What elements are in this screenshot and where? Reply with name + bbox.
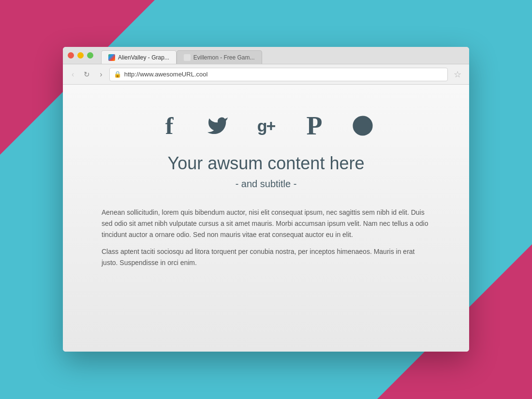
twitter-icon[interactable] xyxy=(206,114,230,138)
pinterest-icon[interactable]: P xyxy=(302,114,326,138)
pinterest-letter: P xyxy=(307,113,323,139)
alienvalley-favicon xyxy=(108,54,115,61)
bookmark-button[interactable]: ☆ xyxy=(452,69,463,80)
evillemon-favicon xyxy=(184,54,191,61)
forward-button[interactable]: › xyxy=(97,68,105,81)
lock-icon: 🔒 xyxy=(114,71,121,78)
page-content: f g+ P xyxy=(63,85,469,352)
social-icons-row: f g+ P xyxy=(157,114,375,138)
browser-window: AlienValley - Grap... Evillemon - Free G… xyxy=(63,47,469,352)
back-icon: ‹ xyxy=(72,70,74,79)
forward-icon: › xyxy=(100,70,102,79)
page-subtitle: - and subtitle - xyxy=(236,178,297,190)
tab-alienvalley[interactable]: AlienValley - Grap... xyxy=(101,50,177,64)
dribbble-svg xyxy=(352,115,374,137)
tabs-bar: AlienValley - Grap... Evillemon - Free G… xyxy=(101,47,262,64)
body-text: Aenean sollicitudin, lorem quis bibendum… xyxy=(102,207,430,274)
maximize-button[interactable] xyxy=(87,52,93,59)
facebook-letter: f xyxy=(165,114,174,138)
minimize-button[interactable] xyxy=(77,52,84,59)
tab-evillemon-label: Evillemon - Free Gam... xyxy=(193,54,255,61)
star-icon: ☆ xyxy=(454,70,461,79)
back-button[interactable]: ‹ xyxy=(69,68,77,81)
googleplus-label: g+ xyxy=(257,117,275,135)
title-bar: AlienValley - Grap... Evillemon - Free G… xyxy=(63,47,469,64)
refresh-icon: ↻ xyxy=(84,70,90,79)
close-button[interactable] xyxy=(68,52,74,59)
body-paragraph-1: Aenean sollicitudin, lorem quis bibendum… xyxy=(102,207,430,240)
body-paragraph-2: Class aptent taciti sociosqu ad litora t… xyxy=(102,246,430,268)
window-controls xyxy=(68,52,93,59)
tab-evillemon[interactable]: Evillemon - Free Gam... xyxy=(177,50,262,64)
page-heading: Your awsum content here xyxy=(168,153,365,174)
refresh-button[interactable]: ↻ xyxy=(81,68,93,81)
facebook-icon[interactable]: f xyxy=(157,114,181,138)
dribbble-icon[interactable] xyxy=(351,114,375,138)
twitter-bird xyxy=(207,115,229,137)
googleplus-icon[interactable]: g+ xyxy=(254,114,278,138)
address-bar[interactable]: 🔒 http://www.awesomeURL.cool xyxy=(109,68,448,81)
nav-bar: ‹ ↻ › 🔒 http://www.awesomeURL.cool ☆ xyxy=(63,64,469,85)
url-text: http://www.awesomeURL.cool xyxy=(124,71,443,78)
tab-alienvalley-label: AlienValley - Grap... xyxy=(118,54,169,61)
